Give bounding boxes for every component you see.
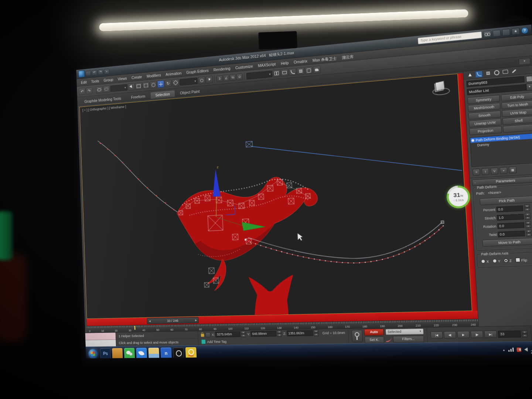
select-and-move-button[interactable]	[157, 80, 164, 88]
set-key-mode-button[interactable]: Set K.	[365, 336, 385, 343]
param-value-field[interactable]: 0.0	[496, 205, 523, 212]
param-value-field[interactable]: 0.0	[497, 222, 524, 229]
create-tab-icon[interactable]	[467, 72, 473, 78]
crossing-selection-button[interactable]	[150, 81, 157, 89]
taskbar-folder-icon[interactable]	[148, 347, 159, 358]
taskbar-maxthon-icon[interactable]: n	[161, 347, 172, 358]
coordinate-value[interactable]: 3275.645m	[215, 331, 241, 337]
current-frame-field[interactable]: 33	[498, 330, 521, 337]
named-selection-dropdown[interactable]: ▼	[246, 71, 273, 79]
modifier-button[interactable]: Unwrap UVW	[469, 119, 501, 127]
time-slider-handle[interactable]: ◀ 33 / 246 ▶	[147, 317, 199, 324]
taskbar-player-icon[interactable]: Player	[185, 347, 197, 358]
param-spinner[interactable]: ▲▼	[525, 221, 531, 228]
modifier-button[interactable]: Projection	[469, 126, 502, 135]
coordinate-value[interactable]: 1351.663m	[287, 330, 313, 336]
next-frame-button[interactable]: |▶	[471, 331, 484, 338]
modifier-button[interactable]: Shell	[502, 116, 532, 125]
taskbar-clock[interactable]: 20:362020-12-	[530, 344, 532, 354]
application-menu-button[interactable]	[78, 70, 85, 78]
curve-editor-button[interactable]	[289, 68, 296, 76]
menu-item[interactable]: Ornatrix	[291, 57, 310, 66]
redo-icon[interactable]: ↷	[98, 69, 103, 75]
coordinate-spinner[interactable]: ▲▼	[241, 331, 246, 337]
flip-checkbox[interactable]: Flip	[515, 258, 527, 263]
utilities-tab-icon[interactable]	[510, 68, 517, 74]
taskbar-photoshop-icon[interactable]: Ps	[100, 348, 111, 358]
favorites-star-icon[interactable]: ★	[511, 28, 519, 35]
percent-snap-button[interactable]: %	[230, 74, 236, 81]
select-by-name-button[interactable]	[135, 82, 142, 90]
param-value-field[interactable]: 0.0	[498, 231, 525, 237]
spinner-snap-button[interactable]: ⊙	[236, 73, 243, 80]
undo-icon[interactable]: ↶	[92, 70, 97, 75]
select-object-button[interactable]	[128, 83, 135, 91]
go-to-start-button[interactable]: |◀	[430, 331, 443, 339]
modifier-button[interactable]: Turn to Mesh	[501, 100, 532, 109]
menu-item[interactable]: Views	[115, 74, 129, 82]
select-and-scale-button[interactable]	[172, 79, 179, 87]
axis-y-radio[interactable]: Y	[492, 259, 501, 263]
network-icon[interactable]	[508, 348, 514, 352]
taskbar-archiver-icon[interactable]	[112, 348, 123, 358]
select-and-link-icon[interactable]	[96, 86, 102, 93]
configure-modifier-sets-icon[interactable]: ▦	[509, 166, 516, 173]
show-end-result-icon[interactable]: I	[481, 168, 489, 175]
menu-item[interactable]: Help	[278, 59, 291, 67]
use-pivot-center-button[interactable]	[198, 76, 205, 84]
go-to-end-button[interactable]: ▶|	[484, 331, 497, 338]
render-setup-button[interactable]	[313, 66, 321, 74]
menu-item[interactable]: Create	[129, 73, 144, 81]
coordinate-spinner[interactable]: ▲▼	[277, 330, 282, 337]
taskbar-wechat-icon[interactable]	[124, 348, 135, 358]
make-unique-icon[interactable]: V	[491, 167, 498, 174]
maxscript-mini-listener[interactable]	[85, 332, 116, 347]
display-tab-icon[interactable]	[502, 69, 509, 75]
modifier-button[interactable]: UVW Map	[502, 108, 532, 117]
pin-stack-icon[interactable]: ≡	[473, 168, 480, 175]
rectangular-selection-button[interactable]	[143, 82, 150, 89]
reference-coordinate-dropdown[interactable]: ▼	[180, 78, 198, 86]
workspace-dropdown[interactable]: ▼	[104, 69, 110, 74]
menu-item[interactable]: Group	[101, 76, 116, 84]
au</span>to-key-button[interactable]: Auto	[364, 328, 384, 335]
modifier-enabled-bulb-icon[interactable]	[471, 139, 474, 141]
speaker-icon[interactable]	[524, 348, 528, 352]
selection-lock-icon[interactable]	[201, 334, 204, 337]
mirror-button[interactable]	[273, 69, 280, 78]
rollout-collapse-icon[interactable]: −	[474, 181, 476, 185]
snap-toggle-button[interactable]: 3	[216, 75, 223, 82]
add-time-tag[interactable]: Add Time Tag	[207, 340, 226, 344]
key-filters-button[interactable]: Filters...	[393, 335, 424, 342]
coordinate-spinner[interactable]: ▲▼	[314, 330, 319, 337]
undo-button[interactable]: ↶	[79, 88, 85, 95]
param-spinner[interactable]: ▲▼	[526, 229, 532, 236]
move-to-path-button[interactable]: Move to Path	[482, 238, 532, 246]
previous-frame-button[interactable]: ◀|	[444, 331, 456, 338]
play-button[interactable]: ▶	[457, 331, 470, 338]
motion-tab-icon[interactable]	[493, 69, 500, 76]
save-icon[interactable]	[86, 71, 91, 76]
listener-line[interactable]	[85, 340, 116, 347]
search-icon[interactable]	[483, 30, 491, 38]
subscription-icon[interactable]	[492, 30, 501, 37]
modifier-button[interactable]: MeshSmooth	[468, 103, 500, 112]
menu-item[interactable]: 溜云库	[339, 52, 357, 62]
axis-x-radio[interactable]: X	[481, 259, 489, 264]
modifier-stack[interactable]: Path Deform Binding (WSM) Dummy	[470, 133, 532, 167]
select-and-rotate-button[interactable]: ↻	[165, 79, 172, 87]
modifier-button[interactable]: Smooth	[468, 110, 501, 119]
selection-set-dropdown[interactable]: Selected▼	[385, 328, 424, 335]
modifier-list-dropdown-arrow[interactable]: ▼	[526, 83, 532, 91]
modify-tab-icon[interactable]	[475, 71, 483, 78]
coordinate-value[interactable]: 646.98mm	[250, 331, 276, 337]
param-spinner[interactable]: ▲▼	[525, 213, 531, 220]
layer-manager-button[interactable]	[281, 69, 289, 77]
object-color-swatch[interactable]	[526, 75, 532, 82]
start-button[interactable]	[88, 349, 98, 358]
redo-button[interactable]: ↷	[86, 87, 92, 95]
tray-caret-icon[interactable]: ▲	[502, 348, 505, 351]
absolute-mode-icon[interactable]	[205, 332, 211, 337]
ribbon-options-dropdown[interactable]: ▼	[518, 58, 531, 65]
viewcube[interactable]	[431, 79, 450, 96]
